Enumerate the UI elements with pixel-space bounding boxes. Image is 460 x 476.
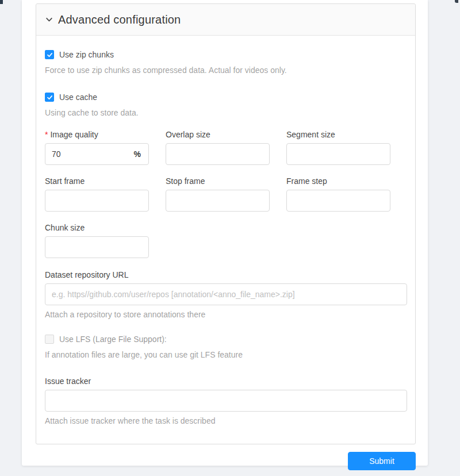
frame-step-input[interactable] bbox=[286, 190, 390, 212]
advanced-configuration-header[interactable]: Advanced configuration bbox=[36, 4, 415, 36]
start-frame-input[interactable] bbox=[45, 190, 149, 212]
overlap-size-label: Overlap size bbox=[166, 128, 270, 141]
use-cache-checkbox[interactable] bbox=[45, 93, 54, 102]
chevron-down-icon[interactable] bbox=[45, 16, 53, 24]
issue-tracker-label: Issue tracker bbox=[45, 375, 407, 387]
overlap-size-input[interactable] bbox=[166, 143, 270, 165]
use-zip-chunks-checkbox[interactable] bbox=[45, 50, 54, 59]
use-zip-chunks-help: Force to use zip chunks as compressed da… bbox=[45, 64, 407, 76]
required-asterisk: * bbox=[45, 130, 48, 139]
issue-tracker-help: Attach issue tracker where the task is d… bbox=[45, 415, 407, 427]
fields-row-3: Chunk size bbox=[45, 221, 407, 258]
field-segment-size: Segment size bbox=[286, 128, 390, 165]
use-cache-label: Use cache bbox=[59, 93, 97, 102]
image-quality-input[interactable] bbox=[45, 144, 134, 164]
field-issue-tracker: Issue tracker Attach issue tracker where… bbox=[45, 375, 407, 427]
chunk-size-label: Chunk size bbox=[45, 221, 149, 234]
screen-artifact-top-right bbox=[455, 0, 458, 3]
stop-frame-input[interactable] bbox=[166, 190, 270, 212]
chunk-size-input[interactable] bbox=[45, 236, 149, 258]
field-start-frame: Start frame bbox=[45, 175, 149, 212]
use-lfs-label: Use LFS (Large File Support): bbox=[59, 335, 167, 344]
percent-suffix: % bbox=[134, 149, 148, 159]
field-frame-step: Frame step bbox=[286, 175, 390, 212]
frame-step-label: Frame step bbox=[286, 175, 390, 187]
panel-title: Advanced configuration bbox=[58, 13, 181, 26]
field-image-quality: *Image quality % bbox=[45, 128, 149, 165]
image-quality-input-wrap: % bbox=[45, 143, 149, 165]
create-task-card: Advanced configuration Use zip chunks Fo… bbox=[22, 0, 428, 466]
field-stop-frame: Stop frame bbox=[166, 175, 270, 212]
use-cache-row[interactable]: Use cache bbox=[45, 91, 407, 103]
fields-row-1: *Image quality % Overlap size Segment si… bbox=[45, 128, 407, 165]
field-label-text: Image quality bbox=[50, 130, 98, 139]
segment-size-label: Segment size bbox=[286, 128, 390, 141]
use-lfs-row[interactable]: Use LFS (Large File Support): bbox=[45, 333, 407, 346]
screen-artifact-top-left bbox=[0, 0, 3, 4]
repository-url-input[interactable] bbox=[45, 283, 407, 305]
use-lfs-help: If annotation files are large, you can u… bbox=[45, 349, 407, 360]
segment-size-input[interactable] bbox=[286, 143, 390, 165]
image-quality-label: *Image quality bbox=[45, 128, 149, 141]
use-cache-help: Using cache to store data. bbox=[45, 107, 407, 118]
start-frame-label: Start frame bbox=[45, 175, 149, 187]
use-zip-chunks-label: Use zip chunks bbox=[59, 50, 114, 59]
field-overlap-size: Overlap size bbox=[166, 128, 270, 165]
advanced-configuration-body: Use zip chunks Force to use zip chunks a… bbox=[36, 36, 415, 444]
field-chunk-size: Chunk size bbox=[45, 221, 149, 258]
field-repository-url: Dataset repository URL Attach a reposito… bbox=[45, 268, 407, 320]
checkmark-icon bbox=[47, 52, 53, 58]
fields-row-2: Start frame Stop frame Frame step bbox=[45, 175, 407, 212]
issue-tracker-input[interactable] bbox=[45, 390, 407, 412]
repository-url-label: Dataset repository URL bbox=[45, 268, 407, 281]
use-lfs-checkbox[interactable] bbox=[45, 335, 54, 344]
repository-url-help: Attach a repository to store annotations… bbox=[45, 309, 407, 320]
stop-frame-label: Stop frame bbox=[166, 175, 270, 187]
checkmark-icon bbox=[47, 94, 53, 101]
advanced-configuration-panel: Advanced configuration Use zip chunks Fo… bbox=[36, 3, 416, 444]
submit-row: Submit bbox=[36, 452, 416, 470]
submit-button[interactable]: Submit bbox=[348, 452, 416, 470]
use-zip-chunks-row[interactable]: Use zip chunks bbox=[45, 48, 407, 61]
